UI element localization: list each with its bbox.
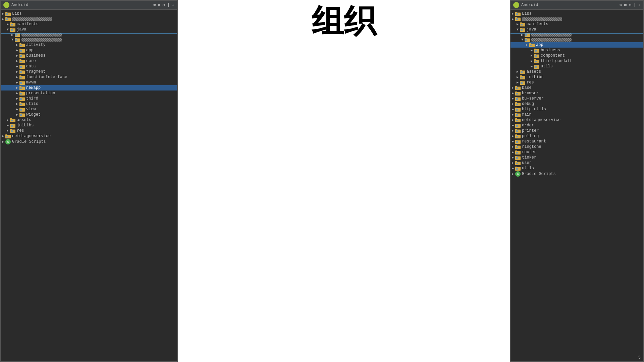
svg-point-3 [7, 5, 7, 5]
tree-item-redacted1[interactable] [1, 16, 177, 21]
item-label: manifests [527, 22, 548, 26]
expand-icon-r[interactable]: ↕ [638, 2, 641, 8]
tree-item-widget[interactable]: widget [1, 112, 177, 117]
tree-item-assets[interactable]: assets [1, 117, 177, 123]
tree-item-libs[interactable]: Libs [511, 11, 643, 16]
tree-item-order[interactable]: order [511, 123, 643, 128]
item-label: Gradle Scripts [12, 139, 46, 144]
svg-rect-43 [521, 77, 523, 78]
svg-rect-42 [521, 71, 523, 73]
tree-item-presentation[interactable]: presentation [1, 90, 177, 96]
svg-rect-14 [20, 66, 22, 68]
tree-item-base[interactable]: base [511, 85, 643, 90]
tree-item-utils2[interactable]: utils [511, 64, 643, 69]
tree-item-netdiagnoservice[interactable]: netdiagnoservice [511, 117, 643, 123]
tree-item-mvvm[interactable]: mvvm [1, 80, 177, 85]
folder-icon [19, 113, 25, 117]
svg-rect-19 [20, 93, 22, 95]
tree-item-redacted3[interactable] [1, 37, 177, 42]
tree-item-app[interactable]: app [1, 48, 177, 53]
item-label: app [26, 48, 34, 53]
tree-item-redacted3[interactable] [511, 37, 643, 42]
center-title: 组织 [312, 0, 376, 44]
sync-icon[interactable]: ⊕ [153, 2, 156, 8]
tree-item-browser[interactable]: browser [511, 90, 643, 96]
arrow-icon [511, 129, 515, 133]
tree-item-user[interactable]: user [511, 160, 643, 166]
settings-icon[interactable]: ⚙ [163, 2, 165, 8]
tree-item-http-utils[interactable]: http-utils [511, 107, 643, 112]
folder-icon [529, 43, 535, 47]
item-label: utils [541, 64, 553, 69]
tree-item-data[interactable]: data [1, 64, 177, 69]
arrow-icon [15, 80, 19, 84]
folder-icon [19, 48, 25, 53]
item-label: view [26, 107, 36, 112]
tree-item-core[interactable]: core [1, 58, 177, 64]
svg-rect-5 [6, 18, 8, 20]
right-panel: Android ⊕ ⇄ ⚙ | ↕ Libs manifests java ap… [510, 0, 644, 362]
tree-item-app[interactable]: app [511, 42, 643, 48]
tree-item-utils3[interactable]: utils [511, 166, 643, 171]
tree-item-router[interactable]: router [511, 149, 643, 155]
tree-item-functionInterface[interactable]: functionInterface [1, 74, 177, 80]
tree-item-java[interactable]: java [511, 27, 643, 32]
settings-icon-r[interactable]: ⚙ [629, 2, 632, 8]
tree-item-gradlescripts[interactable]: GGradle Scripts [1, 139, 177, 145]
tree-item-activity[interactable]: activity [1, 42, 177, 48]
item-label: fragment [26, 69, 46, 74]
tree-item-third[interactable]: third [1, 96, 177, 101]
tree-item-libs[interactable]: Libs [1, 11, 177, 16]
tree-item-business[interactable]: business [1, 53, 177, 58]
folder-icon [5, 17, 11, 21]
tree-item-netdiagnoservice[interactable]: netdiagnoservice [1, 133, 177, 139]
arrow-icon [511, 102, 515, 106]
tree-item-tinker[interactable]: tinker [511, 155, 643, 160]
tree-item-utils[interactable]: utils [1, 101, 177, 107]
tree-item-view[interactable]: view [1, 107, 177, 112]
tree-item-redacted1[interactable] [511, 16, 643, 21]
tree-item-res[interactable]: res [1, 128, 177, 133]
arrows-icon[interactable]: ⇄ [158, 2, 161, 8]
tree-item-gradlescripts[interactable]: GGradle Scripts [511, 171, 643, 177]
svg-rect-25 [11, 125, 13, 127]
expand-icon[interactable]: ↕ [172, 2, 174, 8]
tree-item-main[interactable]: main [511, 112, 643, 117]
tree-item-java[interactable]: java [1, 27, 177, 32]
arrow-icon [5, 123, 10, 127]
item-label: router [522, 150, 536, 155]
tree-item-manifests[interactable]: manifests [1, 21, 177, 27]
tree-item-res[interactable]: res [511, 80, 643, 85]
left-tree[interactable]: Libs manifests java activity app busines… [1, 10, 177, 359]
tree-item-debug[interactable]: debug [511, 101, 643, 107]
item-label: utils [522, 166, 534, 171]
item-label: debug [522, 102, 534, 106]
tree-item-pulling[interactable]: pulling [511, 133, 643, 139]
page-number: 5 [638, 355, 641, 360]
tree-item-business[interactable]: business [511, 48, 643, 53]
tree-item-fragment[interactable]: fragment [1, 69, 177, 74]
arrows-icon-r[interactable]: ⇄ [624, 2, 627, 8]
tree-item-ringtone[interactable]: ringtone [511, 144, 643, 149]
sync-icon-r[interactable]: ⊕ [620, 2, 622, 8]
item-label: http-utils [522, 107, 546, 112]
tree-item-third-gandalf[interactable]: third.gandalf [511, 58, 643, 64]
tree-item-assets[interactable]: assets [511, 69, 643, 74]
tree-item-compontent[interactable]: compontent [511, 53, 643, 58]
svg-rect-55 [516, 141, 518, 143]
divider-icon-r: | [633, 2, 636, 8]
tree-item-bu-server[interactable]: bu-server [511, 96, 643, 101]
right-tree[interactable]: Libs manifests java app business compont… [511, 10, 643, 359]
folder-icon [19, 43, 25, 47]
tree-item-newapp[interactable]: newapp [1, 85, 177, 90]
separator-line-left [1, 33, 177, 34]
tree-item-printer[interactable]: printer [511, 128, 643, 133]
tree-item-jniLibs[interactable]: jniLibs [1, 123, 177, 128]
arrow-icon [10, 38, 15, 42]
arrow-icon [511, 107, 515, 111]
tree-item-manifests[interactable]: manifests [511, 21, 643, 27]
tree-item-jniLibs[interactable]: jniLibs [511, 74, 643, 80]
arrow-icon [511, 172, 515, 176]
arrow-icon [15, 70, 19, 74]
tree-item-restaurant[interactable]: restaurant [511, 139, 643, 144]
